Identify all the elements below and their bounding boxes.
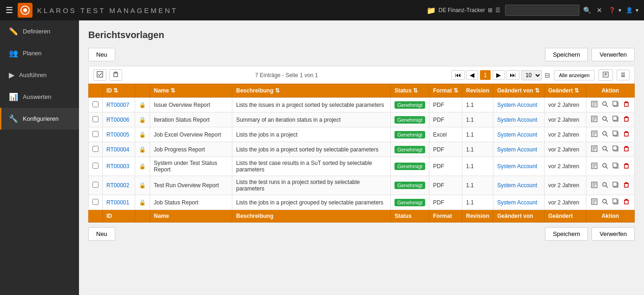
row-checkbox[interactable]: [89, 176, 103, 195]
action-search-button[interactable]: [601, 162, 609, 171]
sidebar-item-konfigurieren[interactable]: 🔧 Konfigurieren: [0, 108, 79, 130]
help-menu[interactable]: ❓ ▾: [609, 7, 621, 13]
action-view-button[interactable]: [590, 162, 598, 171]
action-delete-button[interactable]: [622, 162, 631, 171]
project-selector[interactable]: 📁 DE Finanz-Tracker ⊞ ☰: [427, 6, 500, 15]
action-view-button[interactable]: [590, 130, 598, 139]
row-id-link[interactable]: RT00005: [106, 131, 129, 138]
row-changed-by[interactable]: System Account: [493, 127, 545, 142]
action-search-button[interactable]: [601, 181, 609, 190]
action-delete-button[interactable]: [622, 145, 631, 154]
row-checkbox[interactable]: [89, 142, 103, 157]
row-changed-by[interactable]: System Account: [493, 176, 545, 195]
action-copy-button[interactable]: [611, 115, 620, 124]
page-next-button[interactable]: ▶: [493, 70, 505, 80]
save-button-top[interactable]: Speichern: [545, 48, 588, 61]
discard-button-top[interactable]: Verwerfen: [591, 48, 635, 61]
user-menu[interactable]: 👤 ▾: [626, 7, 638, 13]
row-id-link[interactable]: RT00002: [106, 182, 129, 189]
row-changed-by[interactable]: System Account: [493, 142, 545, 157]
col-header-status[interactable]: Status ⇅: [391, 84, 429, 98]
row-id[interactable]: RT00006: [103, 112, 135, 127]
sidebar-item-auswerten[interactable]: 📊 Auswerten: [0, 86, 79, 108]
action-search-button[interactable]: [601, 145, 609, 154]
col-header-name[interactable]: Name ⇅: [150, 84, 232, 98]
action-search-button[interactable]: [601, 198, 609, 207]
row-id-link[interactable]: RT00003: [106, 163, 129, 170]
page-1-button[interactable]: 1: [480, 70, 491, 80]
action-view-button[interactable]: [590, 145, 598, 154]
sidebar-item-definieren[interactable]: ✏️ Definieren: [0, 20, 79, 42]
row-id[interactable]: RT00003: [103, 157, 135, 176]
row-id[interactable]: RT00005: [103, 127, 135, 142]
row-id[interactable]: RT00004: [103, 142, 135, 157]
select-all-button[interactable]: [93, 69, 106, 81]
row-checkbox[interactable]: [89, 157, 103, 176]
row-select-checkbox[interactable]: [92, 163, 99, 169]
per-page-select[interactable]: 10 25 50: [521, 70, 542, 80]
row-changed-by[interactable]: System Account: [493, 195, 545, 210]
row-checkbox[interactable]: [89, 127, 103, 142]
show-all-button[interactable]: Alle anzeigen: [554, 70, 595, 80]
changed-by-link[interactable]: System Account: [497, 199, 537, 206]
action-copy-button[interactable]: [611, 100, 620, 109]
action-view-button[interactable]: [590, 115, 598, 124]
action-delete-button[interactable]: [622, 115, 631, 124]
export-button[interactable]: [598, 69, 613, 81]
changed-by-link[interactable]: System Account: [497, 102, 537, 108]
action-search-button[interactable]: [601, 130, 609, 139]
columns-button[interactable]: ☰: [617, 70, 630, 80]
row-id[interactable]: RT00007: [103, 98, 135, 112]
action-copy-button[interactable]: [611, 130, 620, 139]
col-header-changed-by[interactable]: Geändert von ⇅: [493, 84, 545, 98]
page-first-button[interactable]: ⏮: [451, 70, 465, 80]
row-id[interactable]: RT00001: [103, 195, 135, 210]
col-header-format[interactable]: Format ⇅: [429, 84, 462, 98]
action-delete-button[interactable]: [622, 130, 631, 139]
col-header-id[interactable]: ID ⇅: [103, 84, 135, 98]
row-select-checkbox[interactable]: [92, 116, 99, 122]
search-input[interactable]: [505, 5, 579, 16]
row-checkbox[interactable]: [89, 98, 103, 112]
changed-by-link[interactable]: System Account: [497, 163, 537, 170]
page-last-button[interactable]: ⏭: [506, 70, 519, 80]
save-button-bottom[interactable]: Speichern: [545, 227, 588, 241]
action-delete-button[interactable]: [622, 181, 631, 190]
col-header-description[interactable]: Beschreibung ⇅: [232, 84, 391, 98]
row-id-link[interactable]: RT00004: [106, 146, 129, 153]
col-header-changed[interactable]: Geändert ⇅: [545, 84, 586, 98]
row-id-link[interactable]: RT00001: [106, 199, 129, 206]
action-copy-button[interactable]: [611, 181, 620, 190]
new-button[interactable]: Neu: [88, 48, 115, 61]
action-delete-button[interactable]: [622, 198, 631, 207]
row-id[interactable]: RT00002: [103, 176, 135, 195]
row-select-checkbox[interactable]: [92, 199, 99, 205]
action-copy-button[interactable]: [611, 198, 620, 207]
search-clear-button[interactable]: ✕: [595, 6, 604, 15]
search-button[interactable]: 🔍: [581, 6, 593, 15]
row-select-checkbox[interactable]: [92, 131, 99, 137]
changed-by-link[interactable]: System Account: [497, 146, 537, 153]
row-changed-by[interactable]: System Account: [493, 112, 545, 127]
row-id-link[interactable]: RT00006: [106, 117, 129, 123]
sidebar-item-planen[interactable]: 👥 Planen: [0, 42, 79, 64]
delete-selected-button[interactable]: [109, 69, 122, 81]
row-select-checkbox[interactable]: [92, 182, 99, 188]
action-view-button[interactable]: [590, 198, 598, 207]
action-copy-button[interactable]: [611, 145, 620, 154]
row-select-checkbox[interactable]: [92, 101, 99, 107]
page-prev-button[interactable]: ◀: [466, 70, 478, 80]
changed-by-link[interactable]: System Account: [497, 131, 537, 138]
action-view-button[interactable]: [590, 100, 598, 109]
row-checkbox[interactable]: [89, 195, 103, 210]
hamburger-menu[interactable]: ☰: [6, 5, 13, 15]
filter-icon[interactable]: ⊟: [545, 72, 550, 79]
row-checkbox[interactable]: [89, 112, 103, 127]
action-copy-button[interactable]: [611, 162, 620, 171]
sidebar-item-ausfuehren[interactable]: ▶ Ausführen: [0, 64, 79, 86]
discard-button-bottom[interactable]: Verwerfen: [591, 227, 635, 241]
row-changed-by[interactable]: System Account: [493, 157, 545, 176]
row-id-link[interactable]: RT00007: [106, 102, 129, 108]
action-search-button[interactable]: [601, 100, 609, 109]
changed-by-link[interactable]: System Account: [497, 182, 537, 189]
